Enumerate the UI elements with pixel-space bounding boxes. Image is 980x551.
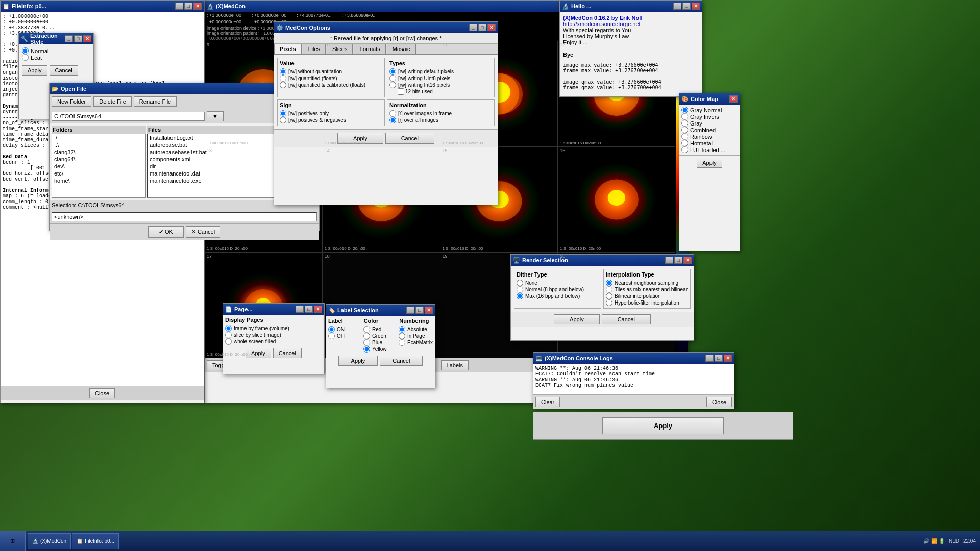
taskbar-fileinfo[interactable]: 📋 FileInfo: p0... — [72, 533, 119, 549]
page-by-slice[interactable]: slice by slice (image) — [225, 332, 322, 338]
label-off[interactable]: OFF — [328, 333, 362, 339]
type-int16[interactable]: [rw] writing Int16 pixels — [389, 82, 492, 88]
rename-file-button[interactable]: Rename File — [134, 96, 177, 107]
folder-item[interactable]: dev\ — [52, 163, 145, 170]
label-on[interactable]: ON — [328, 326, 362, 333]
tab-formats[interactable]: Formats — [354, 44, 385, 54]
medcon-options-cancel-button[interactable]: Cancel — [385, 133, 434, 144]
color-blue[interactable]: Blue — [363, 339, 398, 346]
folder-item[interactable]: etc\ — [52, 170, 145, 177]
tab-mosaic[interactable]: Mosaic — [387, 44, 416, 54]
label-apply-button[interactable]: Apply — [338, 356, 378, 366]
taskbar-xmedcon[interactable]: 🔬 (X)MedCon — [28, 533, 71, 549]
folder-item[interactable]: home\ — [52, 177, 145, 184]
medcon-options-maximize[interactable]: □ — [478, 24, 486, 31]
fileinfo-close[interactable]: ✕ — [193, 3, 202, 10]
colormap-apply-button[interactable]: Apply — [697, 158, 722, 168]
main-apply-button[interactable]: Apply — [602, 417, 724, 434]
interp-bilinear[interactable]: Bilinear interpolation — [606, 293, 688, 299]
numbering-inpage[interactable]: In Page — [399, 333, 433, 339]
page-minimize[interactable]: _ — [296, 306, 304, 313]
fileinfo-minimize[interactable]: _ — [175, 3, 183, 10]
page-whole-screen[interactable]: whole screen filled — [225, 338, 322, 345]
12bit-checkbox[interactable] — [398, 88, 404, 95]
tab-files[interactable]: Files — [303, 44, 326, 54]
colormap-lut[interactable]: LUT loaded ... — [681, 146, 738, 153]
extraction-cancel-button[interactable]: Cancel — [50, 65, 78, 76]
console-minimize[interactable]: _ — [705, 355, 714, 362]
cancel-file-button[interactable]: ✕ Cancel — [186, 226, 220, 238]
dither-normal[interactable]: Normal (8 bpp and below) — [517, 286, 599, 293]
tab-pixels[interactable]: Pixels — [274, 44, 302, 54]
extraction-normal-option[interactable]: Normal — [22, 47, 90, 54]
extraction-minimize[interactable]: _ — [65, 35, 73, 42]
colormap-gray-normal[interactable]: Gray Normal — [681, 107, 738, 113]
interp-tiles[interactable]: Tiles as mix nearest and bilinear — [606, 286, 688, 293]
path-dropdown-button[interactable]: ▼ — [207, 111, 224, 121]
norm-over-frame[interactable]: [r] over images in frame — [389, 110, 492, 117]
render-maximize[interactable]: □ — [674, 257, 682, 264]
page-cancel-button[interactable]: Cancel — [273, 348, 302, 358]
delete-file-button[interactable]: Delete File — [93, 96, 132, 107]
value-rw-without[interactable]: [rw] without quantitation — [280, 68, 382, 75]
interp-nearest[interactable]: Nearest neighbour sampling — [606, 280, 688, 286]
hello-minimize[interactable]: _ — [673, 3, 681, 10]
render-minimize[interactable]: _ — [665, 257, 673, 264]
numbering-ecat[interactable]: Ecat/Matrix — [399, 339, 433, 346]
norm-over-all[interactable]: [r] over all images — [389, 117, 492, 123]
value-rw-quantified[interactable]: [rw] quantified (floats) — [280, 75, 382, 82]
extraction-maximize[interactable]: □ — [74, 35, 82, 42]
page-close[interactable]: ✕ — [314, 306, 322, 313]
color-green[interactable]: Green — [363, 333, 398, 339]
sign-positives[interactable]: [rw] positives only — [280, 110, 382, 117]
interp-hyperbolic[interactable]: Hyperbolic-filter interpolation — [606, 299, 688, 306]
render-close[interactable]: ✕ — [683, 257, 692, 264]
extraction-apply-button[interactable]: Apply — [22, 65, 47, 76]
page-apply-button[interactable]: Apply — [246, 348, 271, 358]
page-maximize[interactable]: □ — [305, 306, 313, 313]
folder-item[interactable]: ..\ — [52, 141, 145, 148]
extraction-close[interactable]: ✕ — [83, 35, 91, 42]
label-minimize[interactable]: _ — [406, 307, 414, 314]
dither-none[interactable]: None — [517, 280, 599, 286]
hello-maximize[interactable]: □ — [682, 3, 691, 10]
type-uint8[interactable]: [rw] writing Uint8 pixels — [389, 75, 492, 82]
fileinfo-maximize[interactable]: □ — [184, 3, 192, 10]
folder-item[interactable]: clang64\ — [52, 156, 145, 163]
console-close-button[interactable]: Close — [706, 397, 732, 407]
hello-close[interactable]: ✕ — [692, 3, 700, 10]
console-close[interactable]: ✕ — [724, 355, 732, 362]
tab-slices[interactable]: Slices — [327, 44, 353, 54]
start-button[interactable]: ⊞ — [0, 531, 26, 552]
new-folder-button[interactable]: New Folder — [52, 96, 91, 107]
filename-input[interactable] — [52, 212, 317, 221]
ok-button[interactable]: ✔ OK — [148, 226, 184, 238]
colormap-rainbow[interactable]: Rainbow — [681, 133, 738, 140]
fileinfo-close-button[interactable]: Close — [89, 388, 115, 398]
colormap-combined[interactable]: Combined — [681, 127, 738, 133]
folder-item[interactable]: clang32\ — [52, 148, 145, 156]
numbering-absolute[interactable]: Absolute — [399, 326, 433, 333]
page-by-frame[interactable]: frame by frame (volume) — [225, 325, 322, 332]
colormap-gray[interactable]: Gray — [681, 120, 738, 127]
path-input[interactable] — [52, 112, 205, 121]
color-yellow[interactable]: Yellow — [363, 346, 398, 353]
sign-both[interactable]: [rw] positives & negatives — [280, 117, 382, 123]
extraction-ecat-option[interactable]: Ecat — [22, 54, 90, 61]
color-red[interactable]: Red — [363, 326, 398, 333]
label-maximize[interactable]: □ — [415, 307, 424, 314]
colormap-close[interactable]: ✕ — [729, 95, 738, 103]
medcon-options-close[interactable]: ✕ — [487, 24, 496, 31]
label-cancel-button[interactable]: Cancel — [380, 356, 423, 366]
dither-max[interactable]: Max (16 bpp and below) — [517, 293, 599, 299]
value-rw-calibrated[interactable]: [rw] quantified & calibrated (floats) — [280, 82, 382, 88]
colormap-hotmetal[interactable]: Hotmetal — [681, 140, 738, 146]
folder-item[interactable]: .\ — [52, 134, 145, 141]
colormap-gray-invers[interactable]: Gray Invers — [681, 113, 738, 120]
render-cancel-button[interactable]: Cancel — [602, 314, 651, 324]
label-close[interactable]: ✕ — [425, 307, 433, 314]
labels-button[interactable]: Labels — [441, 360, 469, 370]
console-clear-button[interactable]: Clear — [535, 397, 560, 407]
console-maximize[interactable]: □ — [715, 355, 723, 362]
render-apply-button[interactable]: Apply — [554, 314, 600, 324]
